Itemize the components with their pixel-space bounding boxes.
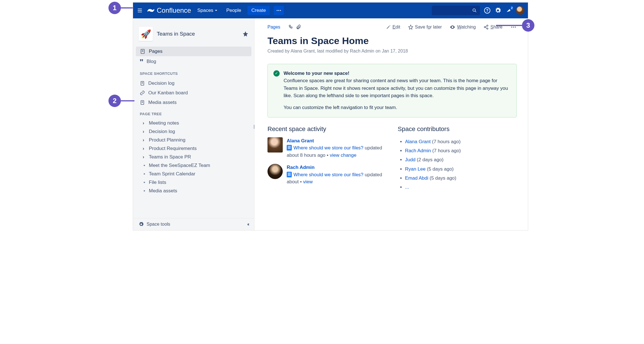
activity-item: Alana Grant Where should we store our fi…: [267, 137, 386, 159]
chevron-right-icon[interactable]: ›: [143, 120, 146, 126]
nav-spaces[interactable]: Spaces: [195, 6, 220, 15]
watching-button[interactable]: Watching: [450, 24, 476, 30]
space-sidebar: || 🚀 Teams in Space Pages ❜❜ Blog SPACE …: [133, 18, 254, 230]
contributor-link[interactable]: Emad Abdi: [405, 175, 428, 181]
tree-label: Team Sprint Calendar: [149, 171, 195, 177]
tree-item[interactable]: ›Teams in Space PR: [136, 153, 251, 161]
chevron-right-icon[interactable]: ›: [143, 137, 146, 143]
svg-line-22: [486, 26, 487, 27]
annotation-2: 2: [108, 95, 121, 107]
activity-author[interactable]: Rach Admin: [287, 165, 315, 170]
page-icon: [140, 100, 145, 105]
collapse-sidebar-icon[interactable]: ‹‹: [247, 222, 249, 227]
activity-page-link[interactable]: Where should we store our files?: [293, 172, 364, 177]
help-icon[interactable]: ?: [484, 7, 491, 14]
sidebar-pages[interactable]: Pages: [136, 47, 251, 56]
tree-item[interactable]: ›Product Requirements: [136, 144, 251, 153]
settings-icon[interactable]: [495, 7, 501, 14]
svg-line-7: [475, 11, 476, 12]
star-icon[interactable]: [242, 31, 249, 37]
svg-point-19: [487, 25, 488, 27]
link-icon: [140, 90, 145, 95]
shortcuts-heading: SPACE SHORTCUTS: [133, 68, 254, 77]
product-name: Confluence: [157, 6, 191, 14]
pencil-icon: [386, 25, 391, 29]
activity-page-link[interactable]: Where should we store our files?: [293, 145, 364, 151]
svg-point-21: [487, 28, 488, 29]
document-icon: [287, 145, 292, 151]
chevron-right-icon[interactable]: ›: [143, 146, 146, 151]
contributor-ago: (2 days ago): [417, 157, 444, 162]
view-change-link[interactable]: view change: [330, 153, 356, 158]
breadcrumb-pages[interactable]: Pages: [267, 25, 280, 30]
sidebar-blog[interactable]: ❜❜ Blog: [136, 56, 251, 67]
contributor-link[interactable]: Rach Admin: [405, 148, 431, 153]
space-tools[interactable]: Space tools ‹‹: [133, 218, 254, 230]
shortcut-kanban[interactable]: Our Kanban board: [136, 88, 251, 98]
bullet-icon: •: [143, 180, 146, 185]
page-tree-heading: PAGE TREE: [133, 108, 254, 118]
space-name[interactable]: Teams in Space: [157, 31, 238, 37]
contributor-link[interactable]: Alana Grant: [405, 139, 431, 144]
edit-button[interactable]: Edit: [386, 25, 400, 30]
bullet-icon: •: [143, 163, 146, 168]
tree-item[interactable]: •Meet the SeeSpaceEZ Team: [136, 161, 251, 170]
check-icon: ✓: [273, 70, 280, 77]
tree-label: Product Requirements: [149, 146, 197, 151]
space-logo[interactable]: 🚀: [139, 27, 153, 41]
annotation-1-line: [121, 7, 133, 8]
sidebar-splitter[interactable]: ||: [253, 124, 255, 129]
recent-activity-column: Recent space activity Alana Grant Where …: [267, 125, 386, 192]
contributors-more[interactable]: ...: [405, 184, 409, 190]
contributor-ago: (5 days ago): [427, 166, 454, 172]
create-button[interactable]: Create: [247, 6, 270, 15]
tree-label: Media assets: [149, 188, 177, 194]
sidebar-pages-label: Pages: [149, 49, 162, 54]
tree-item[interactable]: ›Meeting notes: [136, 119, 251, 127]
tree-item[interactable]: •File lists: [136, 178, 251, 187]
app-switcher-icon[interactable]: [136, 7, 143, 14]
view-change-link[interactable]: view: [303, 179, 313, 184]
search-input[interactable]: [432, 6, 480, 15]
contributors-list: Alana Grant (7 hours ago) Rach Admin (7 …: [398, 137, 517, 192]
profile-avatar[interactable]: [516, 6, 525, 15]
shortcut-label: Our Kanban board: [148, 90, 188, 96]
bullet-icon: •: [143, 188, 146, 194]
shortcut-decision-log[interactable]: Decision log: [136, 79, 251, 88]
tree-item[interactable]: •Media assets: [136, 187, 251, 195]
hierarchy-icon[interactable]: [288, 25, 293, 30]
activity-author[interactable]: Alana Grant: [287, 138, 314, 143]
sidebar-blog-label: Blog: [147, 59, 156, 64]
confluence-logo[interactable]: Confluence: [147, 6, 191, 14]
svg-point-5: [280, 10, 281, 11]
app-window: Confluence Spaces People Create ? 2 |: [133, 2, 528, 230]
user-avatar[interactable]: [267, 164, 283, 179]
tree-item[interactable]: ›Product Planning: [136, 136, 251, 144]
quote-icon: ❜❜: [140, 58, 143, 65]
page-icon: [140, 81, 145, 86]
page-tree: ›Meeting notes ›Decision log ›Product Pl…: [133, 118, 254, 196]
tree-item[interactable]: ›Decision log: [136, 127, 251, 136]
attachment-icon[interactable]: [296, 25, 301, 30]
share-icon: [484, 25, 489, 30]
contributor-link[interactable]: Ryan Lee: [405, 166, 426, 172]
annotation-2-line: [121, 100, 134, 101]
contributor-ago: (7 hours ago): [432, 148, 461, 153]
create-more-button[interactable]: [274, 6, 284, 15]
user-avatar[interactable]: [267, 137, 283, 153]
svg-text:?: ?: [486, 8, 489, 13]
save-for-later-button[interactable]: Save for later: [408, 25, 442, 30]
shortcut-label: Decision log: [148, 80, 175, 86]
tree-item[interactable]: •Team Sprint Calendar: [136, 170, 251, 178]
contributor-ago: (5 days ago): [430, 175, 456, 181]
shortcut-media-assets[interactable]: Media assets: [136, 98, 251, 107]
notifications-icon[interactable]: 2: [505, 7, 512, 14]
tree-label: Meeting notes: [149, 120, 179, 126]
chevron-right-icon[interactable]: ›: [143, 129, 146, 134]
svg-point-20: [484, 27, 486, 28]
nav-people[interactable]: People: [224, 6, 243, 15]
tree-label: Product Planning: [149, 137, 185, 143]
chevron-right-icon[interactable]: ›: [143, 154, 146, 160]
contributor-link[interactable]: Judd: [405, 157, 415, 162]
tree-label: Decision log: [149, 129, 175, 134]
